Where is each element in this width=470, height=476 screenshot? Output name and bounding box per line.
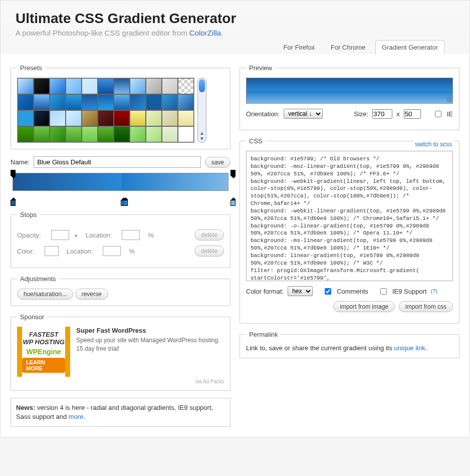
hue-saturation-button[interactable]: hue/saturation... xyxy=(17,289,73,300)
preset-swatch[interactable] xyxy=(178,110,194,126)
presets-legend: Presets xyxy=(17,64,45,72)
preset-swatch[interactable] xyxy=(50,94,66,110)
page-title: Ultimate CSS Gradient Generator xyxy=(16,11,454,27)
preset-swatch[interactable] xyxy=(66,94,82,110)
preset-swatch[interactable] xyxy=(130,110,146,126)
gradient-bar[interactable] xyxy=(13,173,228,191)
percent-1: % xyxy=(148,231,154,239)
preset-swatch[interactable] xyxy=(114,126,130,142)
sponsor-line2: WP HOSTING xyxy=(23,338,65,346)
preset-swatch[interactable] xyxy=(34,126,50,142)
scroll-up-icon[interactable]: ▲ xyxy=(199,130,204,136)
preset-swatch[interactable] xyxy=(178,78,194,94)
import-css-button[interactable]: import from css xyxy=(399,301,453,312)
preset-swatch[interactable] xyxy=(98,110,114,126)
tab-generator[interactable]: Gradient Generator xyxy=(375,40,444,54)
preset-swatch[interactable] xyxy=(82,126,98,142)
preset-swatch[interactable] xyxy=(34,110,50,126)
sponsor-banner[interactable]: FASTEST WP HOSTING WPEngine LEARN MORE xyxy=(17,327,70,377)
preset-swatch[interactable] xyxy=(66,126,82,142)
preset-swatch[interactable] xyxy=(82,110,98,126)
preset-swatch[interactable] xyxy=(178,94,194,110)
delete-color-button[interactable]: delete xyxy=(194,246,224,257)
preset-swatch[interactable] xyxy=(98,126,114,142)
preset-swatch[interactable] xyxy=(50,78,66,94)
preview-box[interactable] xyxy=(246,78,453,104)
ie9-help-link[interactable]: (?) xyxy=(431,288,437,294)
color-location-input[interactable] xyxy=(103,246,121,256)
opacity-dropdown-icon[interactable]: ▸ xyxy=(75,232,78,238)
tab-chrome[interactable]: For Chrome xyxy=(325,41,371,54)
preset-swatch[interactable] xyxy=(114,78,130,94)
preset-swatch[interactable] xyxy=(162,78,178,94)
preset-swatch[interactable] xyxy=(114,94,130,110)
colorzilla-link[interactable]: ColorZilla xyxy=(189,29,221,37)
scrollbar-thumb[interactable] xyxy=(199,79,205,92)
sponsor-desc: Speed up your site with Managed WordPres… xyxy=(76,336,224,353)
height-input[interactable] xyxy=(404,109,421,119)
color-format-select[interactable]: hex xyxy=(288,286,313,296)
preset-swatch[interactable] xyxy=(162,110,178,126)
name-input[interactable] xyxy=(34,156,200,168)
preset-swatch[interactable] xyxy=(34,78,50,94)
preset-swatch[interactable] xyxy=(146,78,162,94)
ie9-label: IE9 Support xyxy=(392,288,427,295)
opacity-location-input[interactable] xyxy=(122,230,140,240)
switch-scss-link[interactable]: switch to scss xyxy=(413,141,454,148)
preset-swatch[interactable] xyxy=(130,78,146,94)
preset-swatch[interactable] xyxy=(146,126,162,142)
page-subtitle: A powerful Photoshop-like CSS gradient e… xyxy=(16,29,454,37)
tab-firefox[interactable]: For Firefox xyxy=(278,41,321,54)
sponsor-cta[interactable]: LEARN MORE xyxy=(22,358,65,373)
preset-swatch[interactable] xyxy=(50,110,66,126)
presets-scrollbar[interactable]: ▲ ▼ xyxy=(197,78,206,143)
width-input[interactable] xyxy=(372,109,392,119)
percent-2: % xyxy=(129,248,135,255)
preset-swatch[interactable] xyxy=(162,94,178,110)
preset-swatch[interactable] xyxy=(18,110,34,126)
preset-swatch[interactable] xyxy=(82,94,98,110)
preset-swatch[interactable] xyxy=(178,126,194,142)
scroll-down-icon[interactable]: ▼ xyxy=(199,136,204,141)
opacity-stop-handle[interactable] xyxy=(11,170,16,176)
opacity-stop-handle[interactable] xyxy=(230,170,236,176)
news-text: version 4 is here - radial and diagonal … xyxy=(16,404,213,420)
preset-swatch[interactable] xyxy=(18,94,34,110)
ie-checkbox[interactable] xyxy=(435,111,441,117)
color-stop-handle[interactable] xyxy=(123,200,128,206)
size-label: Size: xyxy=(354,110,368,118)
preview-legend: Preview xyxy=(246,64,275,72)
preset-swatch[interactable] xyxy=(114,110,130,126)
ie9-checkbox[interactable] xyxy=(380,288,387,295)
save-button[interactable]: save xyxy=(205,157,230,168)
preset-swatch[interactable] xyxy=(34,94,50,110)
css-output[interactable]: background: #1e5799; /* Old browsers */ … xyxy=(246,151,453,281)
ad-packs-link[interactable]: via Ad Packs xyxy=(17,379,224,384)
news-label: News: xyxy=(16,404,35,411)
color-stop-handle[interactable] xyxy=(11,200,16,206)
preset-swatch[interactable] xyxy=(66,78,82,94)
comments-checkbox[interactable] xyxy=(325,288,331,295)
comments-label: Comments xyxy=(337,288,368,295)
preset-swatch[interactable] xyxy=(50,126,66,142)
import-image-button[interactable]: import from image xyxy=(333,301,395,312)
preset-swatch[interactable] xyxy=(98,78,114,94)
preset-swatch[interactable] xyxy=(18,126,34,142)
delete-opacity-button[interactable]: delete xyxy=(194,229,224,241)
preset-swatch[interactable] xyxy=(130,126,146,142)
preset-swatch[interactable] xyxy=(66,110,82,126)
orientation-select[interactable]: vertical ↓ xyxy=(284,109,323,119)
preset-swatch[interactable] xyxy=(130,94,146,110)
preset-swatch[interactable] xyxy=(18,78,34,94)
color-well[interactable] xyxy=(45,246,59,256)
news-more-link[interactable]: more xyxy=(69,413,84,420)
preset-swatch[interactable] xyxy=(162,126,178,142)
preset-swatch[interactable] xyxy=(146,94,162,110)
color-stop-handle[interactable] xyxy=(230,200,236,206)
preset-swatch[interactable] xyxy=(82,78,98,94)
preset-swatch[interactable] xyxy=(98,94,114,110)
reverse-button[interactable]: reverse xyxy=(75,289,108,300)
preset-swatch[interactable] xyxy=(146,110,162,126)
permalink-link[interactable]: unique link xyxy=(394,344,425,352)
opacity-input[interactable] xyxy=(51,230,69,240)
